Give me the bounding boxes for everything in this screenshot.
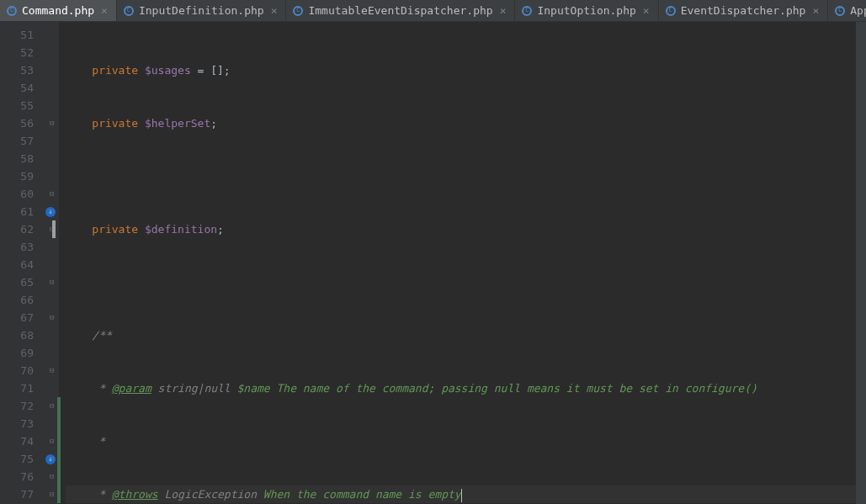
tab-label: InputOption.php xyxy=(537,4,635,17)
line-number: 77 xyxy=(0,485,40,503)
close-icon[interactable]: × xyxy=(99,4,109,17)
line-number: 64 xyxy=(0,256,40,273)
fold-icon[interactable]: ⊟ xyxy=(50,473,57,480)
line-number: 59 xyxy=(0,167,40,185)
fold-icon[interactable]: ⊟ xyxy=(50,455,57,463)
close-icon[interactable]: × xyxy=(498,4,508,17)
fold-icon[interactable]: ⊟ xyxy=(50,190,57,198)
line-number: 55 xyxy=(0,97,40,114)
gutter-marker xyxy=(40,238,59,256)
file-type-icon: C xyxy=(666,6,676,16)
gutter-marker xyxy=(40,291,59,309)
gutter-marker xyxy=(40,344,59,362)
code-line: * @param string|null $name The name of t… xyxy=(66,379,866,397)
line-number: 76 xyxy=(0,468,40,485)
code-line: private $helperSet; xyxy=(66,114,866,132)
fold-icon[interactable]: ⊟ xyxy=(50,119,57,127)
tab-label: InputDefinition.php xyxy=(139,4,264,17)
file-type-icon: C xyxy=(7,6,17,16)
line-number: 73 xyxy=(0,415,40,432)
line-number: 75 xyxy=(0,450,40,468)
line-number: 60 xyxy=(0,185,40,203)
file-type-icon: C xyxy=(124,6,134,16)
line-number: 74 xyxy=(0,432,40,450)
line-number: 67 xyxy=(0,309,40,326)
tab-immutableeventdispatcher-php[interactable]: C ImmutableEventDispatcher.php × xyxy=(286,0,515,21)
tab-inputdefinition-php[interactable]: C InputDefinition.php × xyxy=(117,0,287,21)
fold-icon[interactable]: ⊟ xyxy=(50,314,57,321)
line-number: 68 xyxy=(0,326,40,344)
code-line: private $usages = []; xyxy=(66,61,866,79)
gutter-marker: ⊟ xyxy=(40,362,59,379)
fold-icon[interactable]: ⊟ xyxy=(50,438,57,445)
gutter-marker xyxy=(40,167,59,185)
gutter-marker xyxy=(40,415,59,432)
gutter-marker: ⊟ xyxy=(40,397,59,415)
tab-command-php[interactable]: C Command.php × xyxy=(0,0,117,21)
line-number: 52 xyxy=(0,44,40,61)
tab-app[interactable]: C App xyxy=(828,0,866,21)
gutter-marker xyxy=(40,26,59,44)
gutter-marker: ⊟ xyxy=(40,114,59,132)
code-area[interactable]: private $usages = []; private $helperSet… xyxy=(59,22,866,504)
line-number: 72 xyxy=(0,397,40,415)
gutter-marker xyxy=(40,79,59,97)
line-number: 56 xyxy=(0,114,40,132)
gutter-marker: ⊟ xyxy=(40,485,59,503)
line-number: 51 xyxy=(0,26,40,44)
line-number: 53 xyxy=(0,61,40,79)
tab-label: Command.php xyxy=(22,4,94,17)
line-number: 57 xyxy=(0,132,40,150)
gutter-marker: ⊟ xyxy=(40,273,59,291)
gutter-marker: ⊟ xyxy=(40,468,59,485)
line-number: 54 xyxy=(0,79,40,97)
gutter-marker xyxy=(40,379,59,397)
fold-icon[interactable]: ⊟ xyxy=(50,491,57,498)
gutter-marker: ⊟ xyxy=(40,185,59,203)
tab-eventdispatcher-php[interactable]: C EventDispatcher.php × xyxy=(659,0,829,21)
fold-icon[interactable]: ⊟ xyxy=(50,208,57,215)
marker-gutter: ⊟⊟⊟⊟⊟⊟⊟⊟⊟⊟⊟⊟ xyxy=(40,22,59,504)
line-number: 63 xyxy=(0,238,40,256)
vertical-scrollbar[interactable] xyxy=(856,22,866,504)
code-line-active: * @throws LogicException When the comman… xyxy=(66,485,866,503)
line-number: 61 xyxy=(0,203,40,220)
fold-icon[interactable]: ⊟ xyxy=(50,279,57,286)
close-icon[interactable]: × xyxy=(641,4,651,17)
gutter-marker xyxy=(40,150,59,167)
gutter-marker-override: ⊟ xyxy=(40,203,59,220)
code-line: /** xyxy=(66,326,866,344)
text-caret xyxy=(461,489,462,502)
editor-area: 5152535455565758596061626364656667686970… xyxy=(0,22,866,504)
tab-inputoption-php[interactable]: C InputOption.php × xyxy=(515,0,658,21)
gutter-marker: ⊟ xyxy=(40,432,59,450)
line-number: 58 xyxy=(0,150,40,167)
tab-label: App xyxy=(850,4,866,17)
gutter-marker: ⊟ xyxy=(40,309,59,326)
line-number-gutter: 5152535455565758596061626364656667686970… xyxy=(0,22,40,504)
line-number: 69 xyxy=(0,344,40,362)
tab-label: ImmutableEventDispatcher.php xyxy=(308,4,492,17)
gutter-marker xyxy=(40,256,59,273)
close-icon[interactable]: × xyxy=(269,4,279,17)
gutter-marker-override: ⊟ xyxy=(40,450,59,468)
fold-icon[interactable]: ⊟ xyxy=(50,402,57,410)
gutter-marker xyxy=(40,326,59,344)
file-type-icon: C xyxy=(522,6,532,16)
gutter-marker xyxy=(40,61,59,79)
line-number: 70 xyxy=(0,362,40,379)
editor-tabs: C Command.php × C InputDefinition.php × … xyxy=(0,0,866,22)
file-type-icon: C xyxy=(835,6,845,16)
gutter-marker xyxy=(40,97,59,114)
code-line: * xyxy=(66,432,866,450)
tab-label: EventDispatcher.php xyxy=(681,4,806,17)
code-line xyxy=(66,273,866,291)
gutter-marker xyxy=(40,132,59,150)
file-type-icon: C xyxy=(293,6,303,16)
fold-icon[interactable]: ⊟ xyxy=(50,367,57,374)
close-icon[interactable]: × xyxy=(810,4,821,17)
line-number: 71 xyxy=(0,379,40,397)
line-number: 62 xyxy=(0,220,40,238)
line-number: 65 xyxy=(0,273,40,291)
gutter-marker: ⊟ xyxy=(40,220,59,238)
